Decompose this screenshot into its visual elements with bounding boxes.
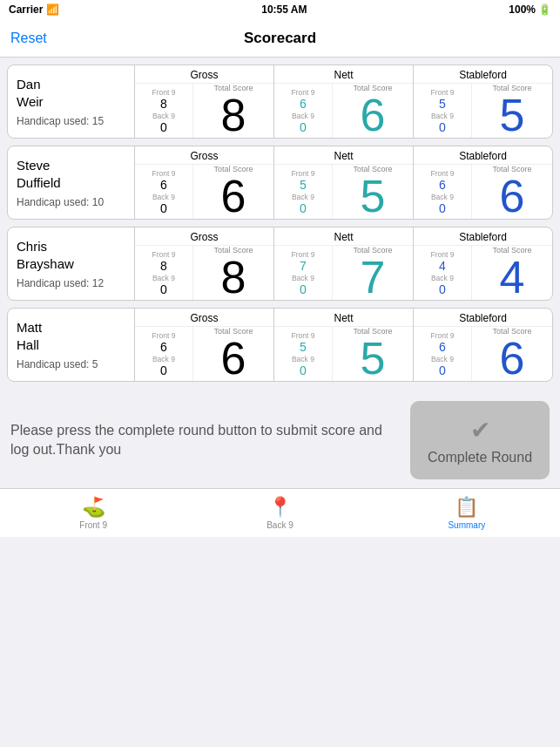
- gross-front-back-col: Front 9 6 Back 9 0: [135, 327, 193, 381]
- gross-section: Gross Front 9 8 Back 9 0: [134, 227, 273, 300]
- gross-total-score: 8: [220, 255, 246, 300]
- front9-label: Front 9: [152, 331, 175, 340]
- nett-back9-label: Back 9: [292, 193, 314, 201]
- nett-body: Front 9 7 Back 9 0 Total Score: [274, 246, 413, 300]
- nett-total-score: 5: [360, 336, 385, 381]
- score-sections: Gross Front 9 6 Back 9 0: [134, 146, 552, 219]
- stableford-total-score: 5: [499, 92, 524, 138]
- stableford-body: Front 9 5 Back 9 0 Total Score: [414, 84, 552, 138]
- nett-header: Nett: [274, 65, 413, 84]
- nett-front9-label: Front 9: [291, 250, 314, 259]
- gross-front-score: 6: [160, 178, 167, 192]
- stableford-back-score: 0: [439, 120, 446, 134]
- flag-icon: ⛳: [82, 496, 105, 519]
- reset-button[interactable]: Reset: [10, 31, 47, 46]
- tab-summary[interactable]: 📋 Summary: [374, 496, 560, 530]
- nett-total-score: 5: [360, 173, 385, 219]
- page-title: Scorecard: [244, 30, 316, 47]
- wifi-signal-icon: 📶: [46, 3, 59, 16]
- stableford-front-back-col: Front 9 5 Back 9 0: [414, 84, 472, 138]
- stableford-back9-label: Back 9: [431, 274, 454, 282]
- stableford-section: Stableford Front 9 4 Back 9 0: [413, 227, 552, 300]
- nett-total-col: Total Score 5: [333, 165, 413, 219]
- gross-section: Gross Front 9 6 Back 9 0: [134, 309, 273, 381]
- nett-front-score: 6: [300, 97, 307, 111]
- tab-label: Front 9: [79, 520, 107, 530]
- tab-front-9[interactable]: ⛳ Front 9: [0, 496, 186, 530]
- tab-label: Summary: [448, 520, 485, 530]
- nett-section: Nett Front 9 6 Back 9 0: [273, 65, 413, 138]
- nett-back-score: 0: [300, 120, 307, 134]
- nett-total-col: Total Score 5: [333, 327, 413, 381]
- stableford-front-back-col: Front 9 4 Back 9 0: [414, 246, 472, 300]
- player-card: ChrisBrayshaw Handicap used: 12 Gross Fr…: [7, 227, 553, 301]
- stableford-front-score: 6: [439, 340, 446, 354]
- player-name: SteveDuffield: [17, 157, 125, 191]
- score-sections: Gross Front 9 6 Back 9 0: [134, 309, 552, 381]
- gross-body: Front 9 8 Back 9 0 Total Score: [135, 246, 273, 300]
- stableford-front-score: 6: [439, 178, 446, 192]
- nett-back9-label: Back 9: [292, 355, 314, 363]
- player-handicap: Handicap used: 12: [17, 277, 125, 289]
- tab-back-9[interactable]: 📍 Back 9: [186, 496, 373, 530]
- carrier-info: Carrier 📶: [9, 3, 59, 16]
- complete-round-label: Complete Round: [428, 450, 532, 465]
- checkmark-icon: ✔: [470, 416, 490, 445]
- front9-label: Front 9: [152, 250, 175, 259]
- stableford-front9-label: Front 9: [430, 331, 454, 340]
- gross-front-score: 6: [160, 340, 167, 354]
- nett-front-back-col: Front 9 5 Back 9 0: [274, 165, 333, 219]
- gross-front-back-col: Front 9 6 Back 9 0: [135, 165, 193, 219]
- stableford-header: Stableford: [414, 146, 552, 165]
- player-handicap: Handicap used: 10: [17, 196, 125, 208]
- gross-body: Front 9 8 Back 9 0 Total Score: [135, 84, 273, 138]
- nett-total-score: 6: [360, 92, 385, 138]
- stableford-front-score: 4: [439, 259, 446, 273]
- stableford-total-col: Total Score 4: [472, 246, 552, 300]
- stableford-back9-label: Back 9: [431, 193, 454, 201]
- player-name: DanWeir: [17, 76, 125, 110]
- gross-header: Gross: [135, 146, 273, 165]
- complete-round-button[interactable]: ✔ Complete Round: [410, 401, 550, 479]
- back9-label: Back 9: [152, 193, 175, 201]
- gross-back-score: 0: [160, 363, 167, 377]
- stableford-total-score: 4: [499, 255, 524, 300]
- battery-percent: 100%: [509, 3, 536, 16]
- stableford-section: Stableford Front 9 6 Back 9 0: [413, 309, 552, 381]
- nett-body: Front 9 5 Back 9 0 Total Score: [274, 165, 413, 219]
- stableford-total-col: Total Score 6: [472, 165, 552, 219]
- nett-front-score: 7: [300, 259, 307, 273]
- player-info: SteveDuffield Handicap used: 10: [8, 146, 134, 219]
- gross-section: Gross Front 9 6 Back 9 0: [134, 146, 273, 219]
- nett-total-score: 7: [360, 255, 385, 300]
- stableford-back-score: 0: [439, 201, 446, 215]
- stableford-back-score: 0: [439, 282, 446, 296]
- player-info: ChrisBrayshaw Handicap used: 12: [8, 227, 134, 300]
- player-card: MattHall Handicap used: 5 Gross Front 9 …: [7, 308, 553, 382]
- gross-header: Gross: [135, 227, 273, 246]
- nett-front-back-col: Front 9 7 Back 9 0: [274, 246, 333, 300]
- front9-label: Front 9: [152, 88, 175, 97]
- carrier-text: Carrier: [9, 3, 43, 16]
- player-handicap: Handicap used: 15: [17, 115, 125, 127]
- nett-section: Nett Front 9 5 Back 9 0: [273, 146, 413, 219]
- stableford-body: Front 9 4 Back 9 0 Total Score: [414, 246, 552, 300]
- stableford-total-col: Total Score 5: [472, 84, 552, 138]
- stableford-total-score: 6: [499, 173, 524, 219]
- gross-header: Gross: [135, 309, 273, 327]
- score-sections: Gross Front 9 8 Back 9 0: [134, 65, 552, 138]
- player-handicap: Handicap used: 5: [17, 358, 125, 370]
- nett-back-score: 0: [300, 201, 307, 215]
- stableford-front9-label: Front 9: [430, 250, 454, 259]
- nett-total-col: Total Score 7: [333, 246, 413, 300]
- gross-total-col: Total Score 8: [193, 246, 273, 300]
- nett-section: Nett Front 9 7 Back 9 0: [273, 227, 413, 300]
- nett-header: Nett: [274, 146, 413, 165]
- nett-front-score: 5: [300, 178, 307, 192]
- doc-icon: 📋: [455, 496, 478, 519]
- status-time: 10:55 AM: [261, 3, 307, 16]
- nett-total-col: Total Score 6: [333, 84, 413, 138]
- bottom-section: Please press the complete round button t…: [0, 389, 560, 488]
- stableford-header: Stableford: [414, 65, 552, 84]
- stableford-header: Stableford: [414, 227, 552, 246]
